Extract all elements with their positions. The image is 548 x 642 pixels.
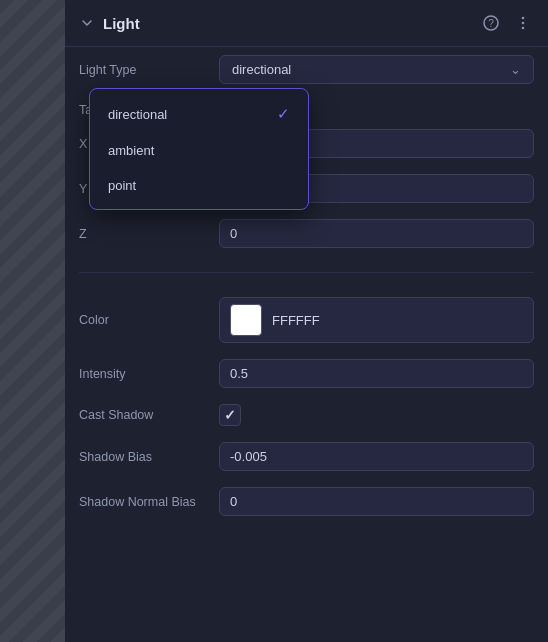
dropdown-item-ambient[interactable]: ambient	[90, 133, 308, 168]
svg-point-2	[522, 17, 525, 20]
shadow-normal-bias-control	[219, 487, 534, 516]
shadow-bias-input[interactable]	[219, 442, 534, 471]
shadow-normal-bias-input[interactable]	[219, 487, 534, 516]
left-strip	[0, 0, 65, 642]
shadow-bias-control	[219, 442, 534, 471]
spacer-2	[65, 279, 548, 289]
shadow-bias-label: Shadow Bias	[79, 450, 219, 464]
panel-title: Light	[103, 15, 480, 32]
shadow-normal-bias-label: Shadow Normal Bias	[79, 495, 219, 509]
cast-shadow-row: Cast Shadow ✓	[65, 396, 548, 434]
color-input-wrapper: FFFFFF	[219, 297, 534, 343]
svg-point-3	[522, 22, 525, 25]
dropdown-item-directional[interactable]: directional ✓	[90, 95, 308, 133]
light-type-row: Light Type directional ⌄ directional ✓ a…	[65, 47, 548, 92]
intensity-label: Intensity	[79, 367, 219, 381]
cast-shadow-control: ✓	[219, 404, 534, 426]
dropdown-label-point: point	[108, 178, 136, 193]
separator-1	[79, 272, 534, 273]
more-button[interactable]	[512, 12, 534, 34]
panel-header: Light ?	[65, 0, 548, 47]
intensity-control	[219, 359, 534, 388]
light-type-select[interactable]: directional ⌄	[219, 55, 534, 84]
header-icons: ?	[480, 12, 534, 34]
chevron-down-icon: ⌄	[510, 62, 521, 77]
z-label: Z	[79, 227, 219, 241]
cast-shadow-label: Cast Shadow	[79, 408, 219, 422]
checkmark-icon: ✓	[224, 407, 236, 423]
cast-shadow-checkbox[interactable]: ✓	[219, 404, 241, 426]
light-type-selected: directional	[232, 62, 291, 77]
dropdown-label-directional: directional	[108, 107, 167, 122]
color-control: FFFFFF	[219, 297, 534, 343]
cast-shadow-checkbox-wrapper: ✓	[219, 404, 534, 426]
z-input[interactable]	[219, 219, 534, 248]
light-type-control: directional ⌄ directional ✓ ambient poin…	[219, 55, 534, 84]
shadow-bias-row: Shadow Bias	[65, 434, 548, 479]
svg-point-4	[522, 27, 525, 30]
shadow-normal-bias-row: Shadow Normal Bias	[65, 479, 548, 524]
light-type-label: Light Type	[79, 63, 219, 77]
spacer-1	[65, 256, 548, 266]
light-panel: Light ? Light Type directio	[65, 0, 548, 642]
color-hex-value[interactable]: FFFFFF	[272, 313, 523, 328]
color-label: Color	[79, 313, 219, 327]
check-icon: ✓	[277, 105, 290, 123]
color-row: Color FFFFFF	[65, 289, 548, 351]
intensity-input[interactable]	[219, 359, 534, 388]
svg-text:?: ?	[488, 18, 494, 29]
intensity-row: Intensity	[65, 351, 548, 396]
light-type-select-wrapper: directional ⌄ directional ✓ ambient poin…	[219, 55, 534, 84]
dropdown-label-ambient: ambient	[108, 143, 154, 158]
z-row: Z	[65, 211, 548, 256]
help-button[interactable]: ?	[480, 12, 502, 34]
light-type-dropdown: directional ✓ ambient point	[89, 88, 309, 210]
collapse-icon[interactable]	[79, 15, 95, 31]
dropdown-item-point[interactable]: point	[90, 168, 308, 203]
z-control	[219, 219, 534, 248]
color-swatch[interactable]	[230, 304, 262, 336]
